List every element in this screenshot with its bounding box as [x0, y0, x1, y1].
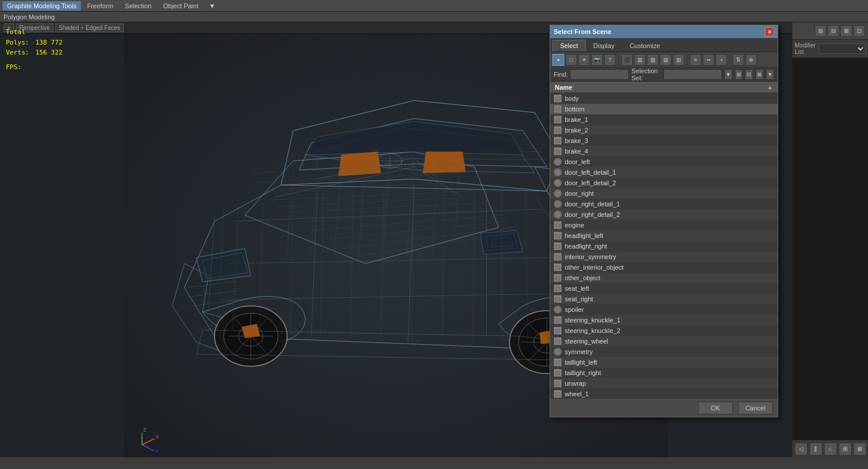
- list-item-name: taillight_left: [565, 359, 597, 366]
- list-item[interactable]: bottom: [550, 104, 778, 114]
- toolbar-btn-filter1[interactable]: ▨: [634, 54, 646, 66]
- svg-rect-42: [555, 287, 560, 291]
- list-item[interactable]: body: [550, 93, 778, 104]
- toolbar-btn-group[interactable]: ⊕: [745, 54, 757, 66]
- list-item[interactable]: door_left_detail_1: [550, 167, 778, 178]
- list-item[interactable]: brake_4: [550, 146, 778, 157]
- rp-btn-2[interactable]: ⊟: [828, 25, 839, 37]
- rp-btn-4[interactable]: ⊡: [853, 25, 865, 37]
- dialog-object-list[interactable]: bodybottombrake_1brake_2brake_3brake_4do…: [550, 93, 778, 398]
- list-item[interactable]: headlight_right: [550, 241, 778, 252]
- right-panel-toolbar: ⊞ ⊟ ⊠ ⊡: [792, 22, 868, 40]
- svg-rect-52: [555, 392, 560, 396]
- toolbar-btn-filter3[interactable]: ▤: [660, 54, 672, 66]
- tool-grid-btn[interactable]: ⊞: [839, 443, 852, 456]
- tool-x-btn[interactable]: ⊠: [853, 443, 866, 456]
- menu-freeform[interactable]: Freeform: [81, 1, 119, 11]
- tool-back-btn[interactable]: ◁: [795, 443, 808, 456]
- list-item[interactable]: brake_1: [550, 114, 778, 125]
- list-item-icon: [554, 253, 562, 261]
- app-title[interactable]: Graphite Modeling Tools: [2, 1, 81, 11]
- list-item[interactable]: door_right_detail_2: [550, 209, 778, 220]
- menu-selection[interactable]: Selection: [119, 1, 157, 11]
- list-item[interactable]: brake_2: [550, 125, 778, 135]
- list-item[interactable]: door_right_detail_1: [550, 199, 778, 209]
- list-item-name: symmetry: [565, 348, 593, 355]
- viewport-shading-btn[interactable]: Shaded + Edged Faces: [55, 23, 124, 32]
- tab-display[interactable]: Display: [586, 40, 622, 52]
- polys-value: 138 772: [35, 39, 62, 46]
- toolbar-btn-filter2[interactable]: ▧: [647, 54, 659, 66]
- list-item[interactable]: taillight_left: [550, 357, 778, 368]
- toolbar-btn-large[interactable]: ▪: [716, 54, 727, 66]
- svg-rect-26: [555, 118, 560, 122]
- list-item[interactable]: other_object: [550, 273, 778, 283]
- list-item[interactable]: steering_knuckle_2: [550, 325, 778, 336]
- rp-btn-1[interactable]: ⊞: [815, 25, 826, 37]
- rp-btn-3[interactable]: ⊠: [840, 25, 852, 37]
- list-item[interactable]: taillight_right: [550, 368, 778, 378]
- svg-point-48: [555, 349, 561, 355]
- list-item[interactable]: interior_symmetry: [550, 252, 778, 262]
- find-btn-2[interactable]: ⊟: [745, 69, 753, 80]
- tool-home-btn[interactable]: ⌂: [824, 443, 837, 456]
- list-item[interactable]: symmetry: [550, 346, 778, 357]
- list-item-icon: [554, 369, 562, 377]
- svg-rect-46: [555, 329, 560, 333]
- list-item-name: other_interior_object: [565, 264, 623, 271]
- toolbar-btn-help[interactable]: ?: [604, 54, 616, 66]
- list-item[interactable]: seat_left: [550, 283, 778, 294]
- list-item[interactable]: unwrap: [550, 378, 778, 389]
- list-item[interactable]: door_left: [550, 157, 778, 167]
- dialog-titlebar[interactable]: Select From Scene ✕: [550, 25, 778, 38]
- toolbar-btn-box[interactable]: □: [565, 54, 577, 66]
- list-item[interactable]: spoiler: [550, 304, 778, 315]
- toolbar-btn-small[interactable]: ▪▪: [703, 54, 714, 66]
- list-item[interactable]: door_right: [550, 188, 778, 199]
- toolbar-btn-cam[interactable]: 📷: [591, 54, 603, 66]
- toolbar-btn-circle[interactable]: ●: [552, 54, 564, 66]
- find-btn-3[interactable]: ⊠: [755, 69, 764, 80]
- list-item-icon: [554, 337, 562, 345]
- svg-text:X: X: [155, 434, 159, 440]
- find-btn-4[interactable]: ▼: [766, 69, 774, 80]
- svg-rect-38: [555, 244, 560, 249]
- tab-customize[interactable]: Customize: [622, 40, 668, 52]
- cancel-button[interactable]: Cancel: [738, 402, 773, 414]
- modifier-dropdown[interactable]: [819, 43, 866, 54]
- list-item-icon: [554, 105, 562, 113]
- selection-set-input[interactable]: [663, 69, 722, 80]
- menu-dropdown[interactable]: ▼: [204, 1, 220, 11]
- toolbar-btn-light[interactable]: ☀: [578, 54, 590, 66]
- dialog-close-btn[interactable]: ✕: [765, 27, 774, 36]
- svg-rect-27: [555, 128, 560, 132]
- menu-object-paint[interactable]: Object Paint: [157, 1, 204, 11]
- svg-rect-40: [555, 266, 560, 270]
- list-item[interactable]: steering_knuckle_1: [550, 315, 778, 325]
- svg-rect-28: [555, 139, 560, 143]
- list-item[interactable]: engine: [550, 220, 778, 230]
- tab-select[interactable]: Select: [552, 40, 586, 52]
- list-item-icon: [554, 189, 562, 198]
- toolbar-btn-filter4[interactable]: ▥: [673, 54, 684, 66]
- list-item[interactable]: brake_3: [550, 135, 778, 146]
- list-item[interactable]: steering_wheel: [550, 336, 778, 346]
- toolbar-btn-sort[interactable]: ⇅: [733, 54, 744, 66]
- list-item[interactable]: other_interior_object: [550, 262, 778, 273]
- dropdown-arrow: ▼: [209, 2, 215, 9]
- stats-polys: Polys: 138 772: [6, 38, 63, 48]
- list-item-icon: [554, 158, 562, 166]
- toolbar-btn-list[interactable]: ≡: [690, 54, 701, 66]
- tool-pause-btn[interactable]: ‖: [809, 443, 822, 456]
- toolbar-btn-all[interactable]: ⬛: [621, 54, 633, 66]
- list-item[interactable]: door_left_detail_2: [550, 178, 778, 188]
- list-item[interactable]: wheel_1: [550, 389, 778, 398]
- selection-set-dropdown-btn[interactable]: ▼: [724, 69, 733, 80]
- list-item[interactable]: headlight_left: [550, 230, 778, 241]
- svg-point-32: [555, 180, 561, 186]
- list-item[interactable]: seat_right: [550, 294, 778, 304]
- ok-button[interactable]: OK: [698, 402, 733, 414]
- modifier-label: Modifier List: [795, 42, 819, 55]
- find-btn-1[interactable]: ⊞: [735, 69, 743, 80]
- find-input[interactable]: [570, 69, 629, 80]
